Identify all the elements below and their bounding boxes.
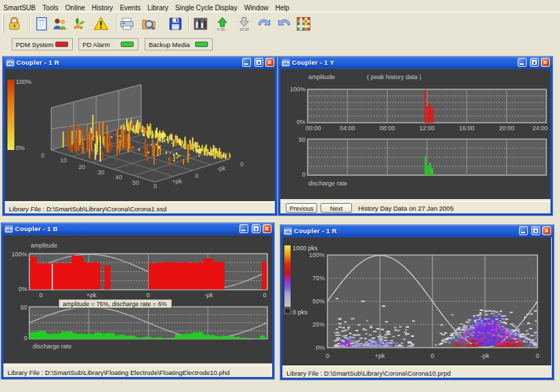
svg-text:( peak history data ): ( peak history data ): [367, 74, 422, 80]
svg-text:0: 0: [146, 292, 149, 299]
svg-text:0: 0: [39, 292, 42, 299]
svg-text:0: 0: [240, 161, 244, 168]
svg-text:50: 50: [132, 179, 139, 186]
svg-text:0: 0: [263, 292, 266, 299]
svg-text:50%: 50%: [312, 298, 325, 305]
svg-text:12:00: 12:00: [419, 125, 435, 132]
svg-text:25%: 25%: [312, 321, 325, 328]
svg-text:0: 0: [41, 152, 44, 159]
svg-text:0: 0: [535, 352, 539, 359]
svg-text:discharge rate: discharge rate: [308, 180, 347, 187]
svg-text:0: 0: [325, 352, 329, 359]
svg-text:0 10...: 0 10...: [217, 27, 228, 31]
svg-text:0: 0: [153, 183, 157, 190]
svg-text:08:00: 08:00: [379, 125, 395, 132]
svg-text:100%: 100%: [12, 251, 27, 258]
svg-text:00:00: 00:00: [306, 125, 321, 132]
svg-text:-pk: -pk: [217, 165, 226, 172]
svg-text:-pk: -pk: [481, 352, 490, 359]
svg-text:50: 50: [299, 136, 306, 143]
svg-text:0%: 0%: [18, 286, 27, 292]
svg-text:-pk: -pk: [205, 292, 213, 299]
svg-text:30: 30: [98, 169, 104, 176]
svg-text:100%: 100%: [309, 252, 325, 258]
svg-text:10: 10: [60, 157, 67, 164]
svg-text:24:00: 24:00: [532, 125, 548, 132]
svg-text:0%: 0%: [16, 145, 25, 151]
svg-text:0: 0: [302, 171, 306, 178]
svg-text:75%: 75%: [312, 275, 325, 282]
svg-text:04:00: 04:00: [340, 125, 355, 132]
svg-text:+pk: +pk: [87, 292, 97, 299]
svg-text:10:20: 10:20: [239, 27, 249, 31]
svg-text:100%: 100%: [16, 78, 31, 85]
svg-text:0: 0: [430, 352, 434, 359]
svg-text:0: 0: [195, 172, 198, 179]
svg-text:discharge rate: discharge rate: [33, 343, 72, 350]
svg-text:+pk: +pk: [375, 352, 385, 359]
svg-text:1000 pks: 1000 pks: [293, 245, 318, 252]
svg-text:0%: 0%: [316, 344, 325, 351]
svg-text:0: 0: [24, 335, 27, 342]
svg-text:100%: 100%: [290, 86, 306, 93]
svg-text:50: 50: [20, 304, 27, 311]
svg-text:amplitude = 76%, discharge rat: amplitude = 76%, discharge rate = 6%: [63, 301, 167, 307]
svg-text:20:00: 20:00: [499, 125, 514, 132]
svg-text:20: 20: [78, 164, 85, 170]
svg-text:0%: 0%: [297, 119, 306, 125]
svg-text:+pk: +pk: [172, 178, 182, 185]
svg-text:40: 40: [115, 174, 122, 181]
svg-text:amplitude: amplitude: [308, 74, 335, 80]
svg-text:amplitude: amplitude: [31, 242, 57, 249]
svg-text:16:00: 16:00: [459, 125, 475, 132]
svg-text:0 pks: 0 pks: [293, 309, 308, 316]
